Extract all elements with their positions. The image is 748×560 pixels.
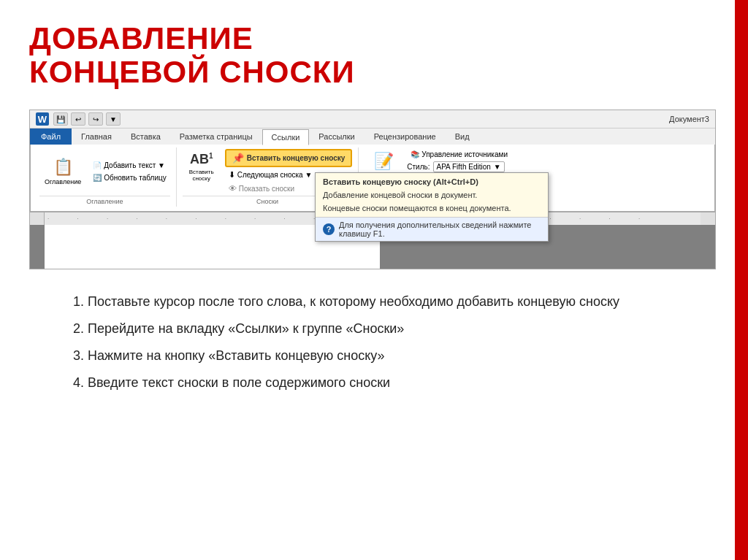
tab-home[interactable]: Главная bbox=[72, 129, 121, 145]
instruction-item-4: Введите текст сноски в поле содержимого … bbox=[88, 372, 676, 394]
tab-view[interactable]: Вид bbox=[446, 129, 479, 145]
instructions-section: Поставьте курсор после того слова, к кот… bbox=[29, 291, 706, 393]
toc-group-label: Оглавление bbox=[39, 196, 170, 205]
tooltip-help: ? Для получения дополнительных сведений … bbox=[316, 217, 548, 241]
tooltip-title: Вставить концевую сноску (Alt+Ctrl+D) bbox=[316, 173, 548, 189]
style-row: Стиль: APA Fifth Edition ▼ bbox=[407, 161, 511, 172]
customize-btn[interactable]: ▼ bbox=[106, 112, 121, 126]
word-ui-screenshot: W 💾 ↩ ↪ ▼ Документ3 Файл Главная Вставка… bbox=[29, 110, 716, 269]
instruction-item-1: Поставьте курсор после того слова, к кот… bbox=[88, 291, 676, 312]
redo-btn[interactable]: ↪ bbox=[88, 112, 103, 126]
dropdown-arrow: ▼ bbox=[494, 163, 501, 171]
tab-mailings[interactable]: Рассылки bbox=[309, 129, 364, 145]
ribbon-tabs: Файл Главная Вставка Разметка страницы С… bbox=[30, 129, 715, 145]
word-icon: W bbox=[36, 112, 49, 126]
toc-group-content: 📋 Оглавление 📄 Добавить текст ▼ 🔄 Обнови… bbox=[39, 149, 170, 194]
add-text-button[interactable]: 📄 Добавить текст ▼ bbox=[89, 160, 170, 171]
show-icon: 👁 bbox=[229, 184, 237, 193]
style-value: APA Fifth Edition bbox=[437, 163, 491, 171]
toc-group: 📋 Оглавление 📄 Добавить текст ▼ 🔄 Обнови… bbox=[37, 147, 177, 207]
tooltip-help-text: Для получения дополнительных сведений на… bbox=[339, 220, 541, 238]
word-titlebar: W 💾 ↩ ↪ ▼ Документ3 bbox=[30, 110, 715, 129]
tooltip-note: Концевые сноски помещаются в конец докум… bbox=[316, 202, 548, 217]
instructions-list: Поставьте курсор после того слова, к кот… bbox=[73, 291, 676, 393]
ab1-icon: AB1 bbox=[190, 152, 213, 167]
endnote-icon: 📌 bbox=[232, 153, 244, 164]
toc-icon: 📋 bbox=[53, 157, 73, 177]
tooltip-popup: Вставить концевую сноску (Alt+Ctrl+D) До… bbox=[315, 172, 549, 242]
help-icon: ? bbox=[323, 223, 335, 235]
tab-references[interactable]: Ссылки bbox=[262, 129, 310, 145]
document-title: Документ3 bbox=[669, 115, 709, 123]
manage-sources-button[interactable]: 📚 Управление источниками bbox=[407, 149, 511, 160]
tooltip-desc: Добавление концевой сноски в документ. bbox=[316, 189, 548, 202]
instruction-item-3: Нажмите на кнопку «Вставить концевую сно… bbox=[88, 345, 676, 367]
insert-endnote-button[interactable]: 📌 Вставить концевую сноску bbox=[225, 149, 353, 167]
undo-btn[interactable]: ↩ bbox=[71, 112, 85, 126]
accent-bar bbox=[735, 0, 748, 560]
ruler-corner bbox=[30, 212, 45, 225]
manage-icon: 📚 bbox=[411, 150, 419, 158]
next-icon: ⬇ bbox=[229, 170, 235, 180]
toc-button[interactable]: 📋 Оглавление bbox=[39, 154, 86, 189]
insert-footnote-label: Вставитьсноску bbox=[189, 169, 214, 182]
tab-insert[interactable]: Вставка bbox=[121, 129, 170, 145]
style-dropdown[interactable]: APA Fifth Edition ▼ bbox=[433, 161, 505, 172]
instruction-item-2: Перейдите на вкладку «Ссылки» к группе «… bbox=[88, 318, 676, 340]
tab-layout[interactable]: Разметка страницы bbox=[170, 129, 262, 145]
insert-footnote-big-button[interactable]: AB1 Вставитьсноску bbox=[183, 149, 221, 185]
tab-review[interactable]: Рецензирование bbox=[365, 129, 446, 145]
toc-label: Оглавление bbox=[45, 179, 81, 186]
page-title: ДОБАВЛЕНИЕ КОНЦЕВОЙ СНОСКИ bbox=[29, 22, 706, 89]
update-table-icon: 🔄 bbox=[93, 174, 102, 182]
style-label-text: Стиль: bbox=[407, 163, 430, 171]
add-text-icon: 📄 bbox=[93, 161, 102, 169]
doc-margin-left bbox=[30, 225, 45, 269]
main-content: ДОБАВЛЕНИЕ КОНЦЕВОЙ СНОСКИ W 💾 ↩ ↪ ▼ Док… bbox=[0, 0, 735, 414]
ruler-right bbox=[701, 212, 715, 225]
citation-icon: 📝 bbox=[374, 152, 394, 171]
tab-file[interactable]: Файл bbox=[30, 129, 72, 145]
update-table-button[interactable]: 🔄 Обновить таблицу bbox=[89, 172, 170, 183]
save-btn[interactable]: 💾 bbox=[53, 112, 68, 126]
titlebar-controls: 💾 ↩ ↪ ▼ bbox=[53, 112, 121, 126]
